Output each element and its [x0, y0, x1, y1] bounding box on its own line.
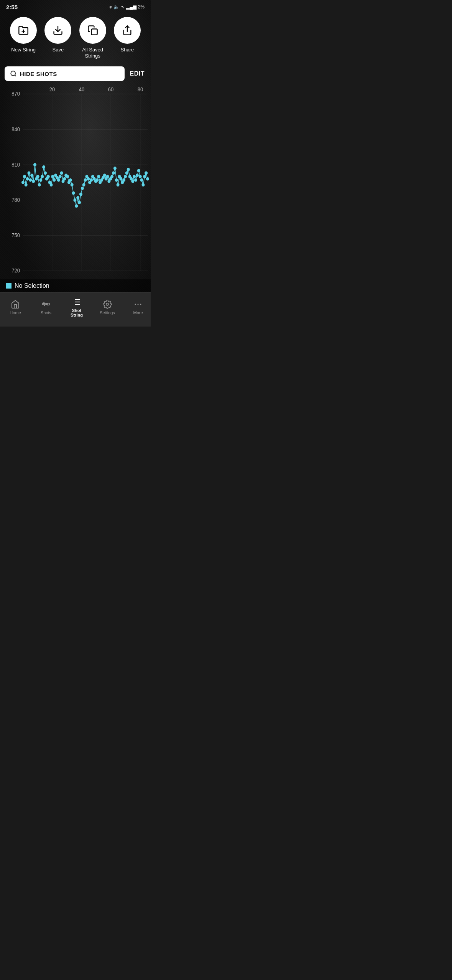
- selection-indicator: [6, 283, 12, 289]
- svg-text:40: 40: [79, 87, 85, 93]
- save-icon-circle: [44, 17, 71, 44]
- svg-point-65: [78, 201, 81, 204]
- svg-text:720: 720: [12, 268, 20, 274]
- svg-point-63: [75, 205, 78, 208]
- svg-text:870: 870: [12, 91, 20, 97]
- svg-point-33: [31, 174, 33, 177]
- share-label: Share: [121, 47, 134, 53]
- wifi-icon: ∿: [121, 4, 125, 10]
- svg-point-96: [124, 175, 127, 178]
- chart-wrapper: 870 840 810 780 750 720 20 40 60 80: [0, 86, 151, 279]
- signal-icon: ▂▄▆: [126, 4, 136, 10]
- svg-text:80: 80: [138, 87, 143, 93]
- svg-point-34: [32, 180, 35, 183]
- svg-point-73: [90, 179, 93, 182]
- chart-area: 870 840 810 780 750 720 20 40 60 80: [0, 86, 151, 279]
- search-bar-row: HIDE SHOTS EDIT: [0, 65, 151, 86]
- svg-point-78: [97, 175, 100, 178]
- share-button[interactable]: Share: [114, 17, 141, 53]
- svg-point-71: [87, 178, 90, 181]
- share-icon-circle: [114, 17, 141, 44]
- new-string-button[interactable]: New String: [10, 17, 37, 53]
- svg-point-37: [36, 175, 39, 178]
- save-button[interactable]: Save: [44, 17, 71, 53]
- more-dots-icon: [133, 300, 143, 309]
- svg-point-59: [69, 179, 72, 182]
- svg-point-102: [133, 175, 136, 178]
- nav-shots-label: Shots: [41, 310, 51, 315]
- edit-button[interactable]: EDIT: [128, 67, 146, 80]
- action-buttons-row: New String Save All SavedStrings: [0, 12, 151, 65]
- svg-point-38: [38, 183, 41, 186]
- status-bar: 2:55 ⎈ 🔈 ∿ ▂▄▆ 2%: [0, 0, 151, 12]
- svg-text:60: 60: [108, 87, 114, 93]
- svg-point-46: [50, 183, 53, 186]
- svg-point-51: [57, 179, 60, 182]
- svg-point-55: [63, 178, 66, 181]
- new-string-label: New String: [11, 47, 36, 53]
- svg-text:20: 20: [49, 87, 55, 93]
- svg-point-103: [135, 179, 137, 182]
- hide-shots-label: HIDE SHOTS: [20, 71, 57, 77]
- hide-shots-search-bar[interactable]: HIDE SHOTS: [5, 66, 125, 81]
- svg-point-105: [137, 169, 140, 172]
- nav-more-label: More: [133, 310, 143, 315]
- svg-point-111: [146, 178, 149, 181]
- svg-point-101: [131, 180, 134, 183]
- svg-point-60: [71, 183, 73, 186]
- share-icon: [122, 25, 133, 36]
- svg-point-69: [84, 179, 87, 182]
- gear-icon: [103, 300, 112, 309]
- svg-point-62: [74, 199, 76, 202]
- svg-point-107: [140, 179, 143, 182]
- svg-rect-117: [43, 303, 44, 304]
- svg-point-126: [138, 304, 139, 305]
- svg-point-108: [142, 183, 145, 186]
- svg-point-127: [140, 304, 141, 305]
- all-saved-icon-circle: [79, 17, 106, 44]
- svg-point-64: [77, 196, 79, 200]
- bluetooth-icon: ⎈: [109, 4, 112, 10]
- svg-point-42: [44, 172, 47, 175]
- svg-text:810: 810: [12, 162, 20, 168]
- svg-point-104: [136, 174, 138, 177]
- svg-point-48: [53, 179, 56, 182]
- rifle-icon: [41, 300, 51, 309]
- velocity-chart: 870 840 810 780 750 720 20 40 60 80: [0, 86, 151, 279]
- svg-point-27: [22, 181, 25, 184]
- no-selection-label: No Selection: [15, 282, 49, 289]
- svg-point-110: [145, 172, 148, 175]
- svg-point-61: [72, 191, 75, 195]
- nav-home[interactable]: Home: [0, 298, 31, 317]
- svg-point-47: [51, 175, 54, 178]
- svg-point-88: [112, 172, 115, 175]
- home-icon: [11, 300, 20, 309]
- svg-point-28: [23, 175, 26, 178]
- svg-point-53: [60, 172, 63, 175]
- svg-point-5: [11, 71, 15, 76]
- nav-shots[interactable]: Shots: [31, 298, 61, 317]
- bottom-nav: Home Shots Shot Stri: [0, 292, 151, 327]
- svg-point-109: [143, 175, 146, 178]
- status-time: 2:55: [6, 4, 18, 10]
- svg-point-106: [139, 175, 141, 178]
- nav-settings[interactable]: Settings: [92, 298, 123, 317]
- svg-point-57: [66, 175, 69, 178]
- svg-point-93: [120, 178, 122, 181]
- nav-more[interactable]: More: [123, 298, 151, 317]
- svg-point-44: [47, 175, 49, 178]
- list-icon: [72, 297, 81, 307]
- svg-point-30: [26, 178, 29, 181]
- svg-point-68: [82, 183, 85, 186]
- svg-point-87: [111, 175, 113, 178]
- all-saved-strings-button[interactable]: All SavedStrings: [79, 17, 106, 59]
- svg-line-6: [15, 75, 16, 76]
- svg-point-40: [41, 175, 44, 178]
- nav-home-label: Home: [10, 310, 21, 315]
- svg-point-41: [43, 166, 45, 169]
- nav-shot-string[interactable]: Shot String: [61, 296, 92, 319]
- svg-point-89: [113, 167, 116, 170]
- nav-settings-label: Settings: [100, 310, 115, 315]
- svg-point-67: [81, 187, 84, 190]
- svg-point-31: [28, 172, 30, 175]
